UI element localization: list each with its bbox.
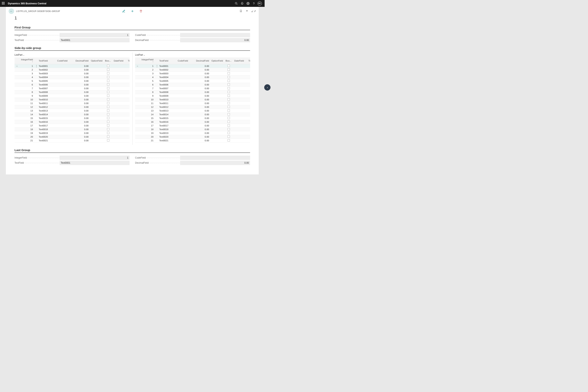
table-row[interactable]: →1⋮Text00010.00 [14, 64, 130, 68]
cell-option[interactable] [210, 83, 224, 86]
cell-code[interactable] [176, 101, 193, 105]
cell-time[interactable] [247, 128, 250, 131]
row-selector[interactable] [135, 90, 139, 94]
cell-integer[interactable]: 1 [139, 64, 155, 68]
cell-date[interactable] [112, 138, 126, 142]
cell-integer[interactable]: 20 [139, 135, 155, 138]
table-row[interactable]: 4Text00040.00 [135, 75, 250, 79]
cell-option[interactable] [90, 98, 104, 101]
table-row[interactable]: 10Text00100.00 [135, 98, 250, 101]
table-row[interactable]: 7Text00070.00 [135, 86, 250, 90]
cell-text[interactable]: Text0011 [158, 101, 176, 105]
cell-code[interactable] [176, 94, 193, 98]
row-more-button[interactable] [34, 116, 38, 120]
cell-code[interactable] [56, 68, 72, 72]
cell-text[interactable]: Text0012 [38, 105, 56, 109]
cell-boolean[interactable] [104, 86, 112, 90]
cell-date[interactable] [112, 94, 126, 98]
cell-decimal[interactable]: 0.00 [72, 90, 90, 94]
cell-decimal[interactable]: 0.00 [72, 79, 90, 83]
cell-integer[interactable]: 7 [139, 86, 155, 90]
cell-time[interactable] [126, 79, 130, 83]
cell-text[interactable]: Text0007 [158, 86, 176, 90]
cell-option[interactable] [90, 79, 104, 83]
row-more-button[interactable] [155, 83, 158, 86]
cell-text[interactable]: Text0017 [158, 124, 176, 128]
cell-date[interactable] [112, 124, 126, 128]
cell-option[interactable] [90, 94, 104, 98]
cell-time[interactable] [126, 105, 130, 109]
row-more-button[interactable] [155, 120, 158, 124]
cell-text[interactable]: Text0008 [38, 90, 56, 94]
cell-date[interactable] [112, 68, 126, 72]
cell-text[interactable]: Text0004 [158, 75, 176, 79]
cell-time[interactable] [247, 131, 250, 135]
cell-time[interactable] [247, 116, 250, 120]
table-row[interactable]: 10Text00100.00 [14, 98, 130, 101]
cell-decimal[interactable]: 0.00 [193, 72, 210, 75]
column-header[interactable]: IntegerField↑ [139, 58, 155, 64]
cell-decimal[interactable]: 0.00 [193, 120, 210, 124]
cell-text[interactable]: Text0002 [38, 68, 56, 72]
cell-boolean[interactable] [104, 128, 112, 131]
cell-decimal[interactable]: 0.00 [72, 68, 90, 72]
row-selector[interactable] [135, 124, 139, 128]
row-selector[interactable] [14, 112, 19, 116]
row-selector[interactable] [135, 94, 139, 98]
cell-time[interactable] [247, 86, 250, 90]
cell-date[interactable] [233, 90, 247, 94]
cell-decimal[interactable]: 0.00 [72, 86, 90, 90]
cell-time[interactable] [126, 86, 130, 90]
cell-boolean[interactable] [224, 116, 233, 120]
cell-code[interactable] [176, 79, 193, 83]
cell-text[interactable]: Text0007 [38, 86, 56, 90]
cell-time[interactable] [126, 94, 130, 98]
cell-decimal[interactable]: 0.00 [193, 94, 210, 98]
row-selector[interactable] [135, 109, 139, 112]
row-selector[interactable] [135, 135, 139, 138]
cell-date[interactable] [233, 131, 247, 135]
cell-code[interactable] [176, 112, 193, 116]
cell-time[interactable] [247, 112, 250, 116]
row-selector[interactable] [135, 68, 139, 72]
cell-decimal[interactable]: 0.00 [193, 128, 210, 131]
cell-code[interactable] [56, 94, 72, 98]
cell-option[interactable] [90, 112, 104, 116]
cell-decimal[interactable]: 0.00 [193, 86, 210, 90]
cell-integer[interactable]: 19 [19, 131, 34, 135]
cell-time[interactable] [126, 109, 130, 112]
cell-text[interactable]: Text0016 [158, 120, 176, 124]
row-selector[interactable] [135, 79, 139, 83]
cell-integer[interactable]: 7 [19, 86, 34, 90]
row-more-button[interactable] [34, 86, 38, 90]
cell-decimal[interactable]: 0.00 [72, 116, 90, 120]
notifications-icon[interactable] [239, 0, 245, 6]
cell-date[interactable] [112, 72, 126, 75]
cell-boolean[interactable] [224, 86, 233, 90]
cell-date[interactable] [112, 120, 126, 124]
row-more-button[interactable] [34, 135, 38, 138]
row-more-button[interactable] [155, 101, 158, 105]
table-row[interactable]: 19Text00190.00 [135, 131, 250, 135]
cell-option[interactable] [210, 75, 224, 79]
cell-decimal[interactable]: 0.00 [72, 120, 90, 124]
cell-date[interactable] [233, 120, 247, 124]
row-more-button[interactable] [155, 105, 158, 109]
cell-option[interactable] [210, 68, 224, 72]
cell-integer[interactable]: 21 [19, 138, 34, 142]
row-more-button[interactable] [155, 68, 158, 72]
integer-field[interactable]: 1 [60, 156, 130, 160]
cell-date[interactable] [233, 98, 247, 101]
row-more-button[interactable]: ⋮ [34, 64, 38, 68]
cell-code[interactable] [56, 75, 72, 79]
column-header[interactable]: TimeField [126, 58, 130, 64]
table-row[interactable]: 6Text00060.00 [135, 83, 250, 86]
table-row[interactable]: 13Text00130.00 [135, 109, 250, 112]
cell-decimal[interactable]: 0.00 [193, 90, 210, 94]
table-row[interactable]: 4Text00040.00 [14, 75, 130, 79]
cell-date[interactable] [112, 131, 126, 135]
cell-integer[interactable]: 3 [19, 72, 34, 75]
cell-boolean[interactable] [104, 94, 112, 98]
cell-option[interactable] [90, 131, 104, 135]
cell-time[interactable] [126, 72, 130, 75]
